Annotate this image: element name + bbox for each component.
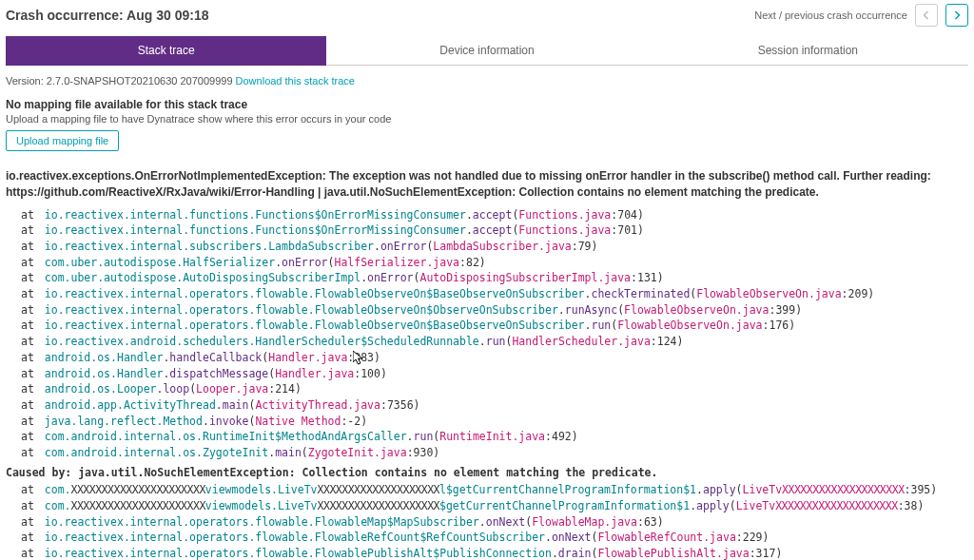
prev-crash-button[interactable] <box>915 4 938 27</box>
trace-line: at io.reactivex.internal.operators.flowa… <box>6 318 968 334</box>
trace-line: at io.reactivex.internal.functions.Funct… <box>6 222 968 239</box>
caused-by: Caused by: java.util.NoSuchElementExcept… <box>6 465 968 481</box>
trace-line: at java.lang.reflect.Method.invoke(Nativ… <box>6 414 968 430</box>
version-text: Version: 2.7.0-SNAPSHOT20210630 20700999… <box>6 75 233 87</box>
trace-line: at com.android.internal.os.ZygoteInit.ma… <box>6 445 968 461</box>
trace-line: at com.uber.autodispose.HalfSerializer.o… <box>6 255 968 271</box>
tab-stack-trace[interactable]: Stack trace <box>6 36 326 66</box>
trace-line: at android.os.Handler.handleCallback(Han… <box>6 350 968 366</box>
upload-mapping-button[interactable]: Upload mapping file <box>6 130 119 151</box>
crash-nav: Next / previous crash occurrence <box>754 4 968 27</box>
trace-line: at io.reactivex.internal.operators.flowa… <box>6 530 968 546</box>
trace-line: at io.reactivex.internal.operators.flowa… <box>6 286 968 302</box>
trace-line: at com.XXXXXXXXXXXXXXXXXXXXXXviewmodels.… <box>6 482 968 498</box>
trace-line: at android.os.Looper.loop(Looper.java:21… <box>6 381 968 397</box>
tabs: Stack trace Device information Session i… <box>6 36 968 66</box>
arrow-right-icon <box>951 10 963 21</box>
no-mapping-heading: No mapping file available for this stack… <box>6 98 968 111</box>
arrow-left-icon <box>921 10 932 21</box>
trace-line: at android.app.ActivityThread.main(Activ… <box>6 397 968 414</box>
trace-line: at io.reactivex.internal.functions.Funct… <box>6 207 968 223</box>
stack-trace: at io.reactivex.internal.functions.Funct… <box>6 207 968 461</box>
trace-line: at android.os.Handler.dispatchMessage(Ha… <box>6 366 968 382</box>
upload-help-text: Upload a mapping file to have Dynatrace … <box>6 113 968 125</box>
trace-line: at io.reactivex.internal.operators.flowa… <box>6 546 968 560</box>
tab-device-information[interactable]: Device information <box>326 36 647 66</box>
stack-trace-caused: at com.XXXXXXXXXXXXXXXXXXXXXXviewmodels.… <box>6 482 968 560</box>
page-title: Crash occurrence: Aug 30 09:18 <box>6 8 208 23</box>
trace-line: at com.uber.autodispose.AutoDisposingSub… <box>6 270 968 286</box>
tab-session-information[interactable]: Session information <box>648 36 968 66</box>
version-line: Version: 2.7.0-SNAPSHOT20210630 20700999… <box>6 75 968 87</box>
next-crash-button[interactable] <box>945 4 968 27</box>
trace-line: at io.reactivex.android.schedulers.Handl… <box>6 334 968 350</box>
exception-header: io.reactivex.exceptions.OnErrorNotImplem… <box>6 168 968 202</box>
trace-line: at com.XXXXXXXXXXXXXXXXXXXXXXviewmodels.… <box>6 498 968 514</box>
nav-label: Next / previous crash occurrence <box>754 10 907 21</box>
trace-line: at io.reactivex.internal.operators.flowa… <box>6 514 968 531</box>
trace-line: at io.reactivex.internal.subscribers.Lam… <box>6 239 968 255</box>
download-stack-trace-link[interactable]: Download this stack trace <box>236 75 355 87</box>
trace-line: at com.android.internal.os.RuntimeInit$M… <box>6 429 968 445</box>
trace-line: at io.reactivex.internal.operators.flowa… <box>6 302 968 319</box>
